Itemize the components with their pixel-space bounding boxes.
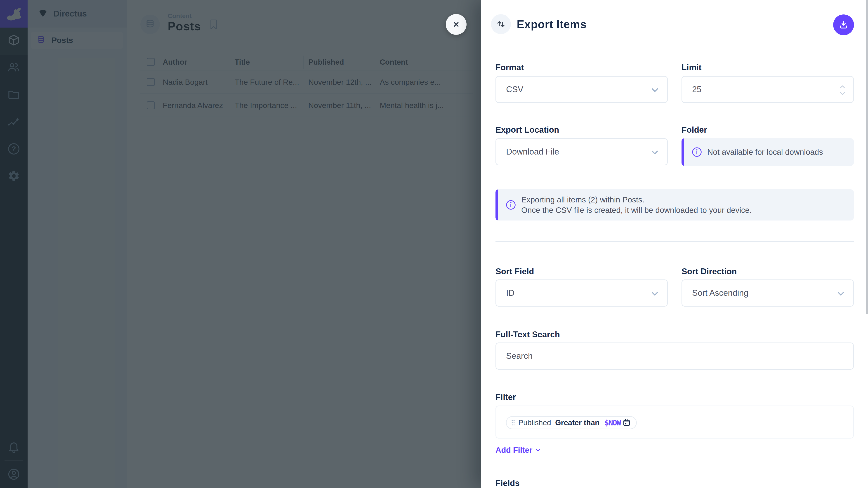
chevron-down-icon <box>836 289 845 298</box>
search-input[interactable]: Search <box>495 343 854 369</box>
filter-container: Published Greater than $NOW <box>495 405 854 438</box>
chevron-down-icon <box>650 148 659 157</box>
import-export-icon <box>495 19 506 30</box>
start-export-button[interactable] <box>833 14 854 35</box>
close-icon <box>452 20 461 29</box>
drawer-overlay[interactable] <box>0 0 481 488</box>
add-filter-button[interactable]: Add Filter <box>495 446 541 455</box>
drawer-scrollbar[interactable] <box>866 0 868 314</box>
limit-value: 25 <box>692 85 702 94</box>
format-label: Format <box>495 63 524 72</box>
section-divider <box>495 241 854 242</box>
export-info-notice: Exporting all items (2) within Posts. On… <box>495 189 854 221</box>
format-value: CSV <box>506 85 523 94</box>
info-icon <box>691 147 702 158</box>
fields-section-label: Fields <box>495 479 520 488</box>
search-placeholder: Search <box>506 351 532 361</box>
folder-disabled-notice: Not available for local downloads <box>682 138 854 166</box>
info-icon <box>505 199 516 210</box>
export-location-select[interactable]: Download File <box>495 138 668 165</box>
folder-notice-text: Not available for local downloads <box>707 147 823 157</box>
download-icon <box>838 20 849 30</box>
export-items-drawer: Export Items Format CSV Limit 25 Export … <box>481 0 868 488</box>
notice-line-1: Exporting all items (2) within Posts. <box>521 195 752 205</box>
export-location-value: Download File <box>506 147 559 157</box>
filter-field[interactable]: Published <box>518 418 551 427</box>
folder-label: Folder <box>682 125 707 135</box>
chevron-down-icon <box>650 289 659 298</box>
drawer-title: Export Items <box>517 13 587 36</box>
limit-label: Limit <box>682 63 702 72</box>
filter-value[interactable]: $NOW <box>604 418 620 427</box>
stepper-icon[interactable] <box>839 82 846 98</box>
export-location-label: Export Location <box>495 125 559 135</box>
filter-label: Filter <box>495 392 516 402</box>
drag-handle-icon[interactable] <box>511 419 515 427</box>
sort-direction-value: Sort Ascending <box>692 288 748 298</box>
format-select[interactable]: CSV <box>495 76 668 103</box>
sort-field-label: Sort Field <box>495 267 534 276</box>
drawer-header-icon <box>491 14 511 34</box>
sort-field-value: ID <box>506 288 515 298</box>
limit-input[interactable]: 25 <box>682 76 854 103</box>
full-text-search-label: Full-Text Search <box>495 330 560 339</box>
filter-rule-chip[interactable]: Published Greater than $NOW <box>506 416 637 429</box>
chevron-down-icon <box>650 86 659 95</box>
notice-accent-bar <box>682 138 684 166</box>
calendar-icon[interactable] <box>622 419 631 427</box>
chevron-down-icon <box>535 447 541 453</box>
notice-line-2: Once the CSV file is created, it will be… <box>521 205 752 215</box>
add-filter-label: Add Filter <box>495 446 532 455</box>
notice-accent-bar <box>495 189 498 221</box>
close-drawer-button[interactable] <box>446 14 467 35</box>
sort-field-select[interactable]: ID <box>495 280 668 306</box>
sort-direction-select[interactable]: Sort Ascending <box>682 280 854 306</box>
filter-operator[interactable]: Greater than <box>555 418 599 427</box>
sort-direction-label: Sort Direction <box>682 267 737 276</box>
